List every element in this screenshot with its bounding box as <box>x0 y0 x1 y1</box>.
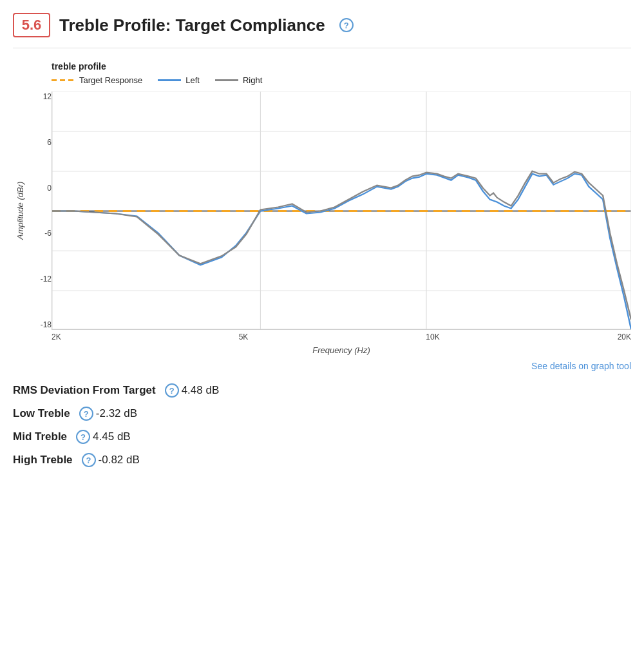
metric-mid-treble-value: 4.45 dB <box>93 430 131 443</box>
left-channel-line <box>52 174 631 329</box>
legend-right-label: Right <box>243 75 262 85</box>
chart-wrapper: Amplitude (dBr) 12 6 0 -6 -12 -18 <box>13 91 631 330</box>
metric-mid-treble-label: Mid Treble <box>13 430 67 443</box>
metric-mid-treble-help-icon[interactable]: ? <box>76 430 90 444</box>
right-channel-line <box>52 171 631 320</box>
metric-rms-value: 4.48 dB <box>182 384 220 397</box>
y-tick-neg6: -6 <box>27 229 52 237</box>
chart-svg <box>52 91 631 329</box>
legend-target-response-label: Target Response <box>79 75 142 85</box>
metric-high-treble-label: High Treble <box>13 454 73 466</box>
metric-high-treble: High Treble ? -0.82 dB <box>13 453 631 467</box>
y-tick-0: 0 <box>27 184 52 192</box>
metric-rms-help-icon[interactable]: ? <box>165 383 179 398</box>
page-header: 5.6 Treble Profile: Target Compliance ? <box>13 13 631 48</box>
metric-low-treble: Low Treble ? -2.32 dB <box>13 407 631 421</box>
graph-area <box>52 91 631 330</box>
metric-rms-deviation: RMS Deviation From Target ? 4.48 dB <box>13 383 631 398</box>
metrics-section: RMS Deviation From Target ? 4.48 dB Low … <box>13 383 631 467</box>
legend-right: Right <box>215 75 262 85</box>
page-title: Treble Profile: Target Compliance <box>59 15 325 35</box>
metric-high-treble-help-icon[interactable]: ? <box>82 453 96 467</box>
y-tick-neg18: -18 <box>27 321 52 329</box>
x-tick-2k: 2K <box>52 332 61 341</box>
see-details-container: See details on graph tool <box>13 360 631 372</box>
metric-low-treble-value: -2.32 dB <box>96 407 137 420</box>
metric-low-treble-label: Low Treble <box>13 407 70 420</box>
legend-target-response: Target Response <box>52 75 142 85</box>
x-ticks: 2K 5K 10K 20K <box>52 330 631 344</box>
metric-low-treble-help-icon[interactable]: ? <box>79 407 93 421</box>
metric-mid-treble: Mid Treble ? 4.45 dB <box>13 430 631 444</box>
chart-legend: Target Response Left Right <box>52 75 631 85</box>
legend-solid-blue-icon <box>158 79 181 81</box>
x-tick-20k: 20K <box>618 332 631 341</box>
chart-container: treble profile Target Response Left Righ… <box>13 61 631 355</box>
x-tick-10k: 10K <box>426 332 439 341</box>
score-badge: 5.6 <box>13 13 50 37</box>
x-axis-label: Frequency (Hz) <box>52 345 631 355</box>
y-tick-neg12: -12 <box>27 275 52 283</box>
see-details-link[interactable]: See details on graph tool <box>531 361 631 371</box>
y-ticks: 12 6 0 -6 -12 -18 <box>27 91 52 330</box>
legend-left: Left <box>158 75 200 85</box>
y-tick-12: 12 <box>27 93 52 101</box>
chart-title: treble profile <box>52 61 631 72</box>
y-axis-label: Amplitude (dBr) <box>13 91 27 330</box>
header-help-icon[interactable]: ? <box>339 18 354 32</box>
x-axis-below: 2K 5K 10K 20K Frequency (Hz) <box>52 330 631 355</box>
metric-rms-label: RMS Deviation From Target <box>13 384 156 397</box>
y-tick-6: 6 <box>27 139 52 146</box>
legend-left-label: Left <box>185 75 200 85</box>
legend-dashed-orange-icon <box>52 79 75 81</box>
legend-solid-gray-icon <box>215 79 238 81</box>
x-tick-5k: 5K <box>239 332 249 341</box>
metric-high-treble-value: -0.82 dB <box>99 454 140 466</box>
